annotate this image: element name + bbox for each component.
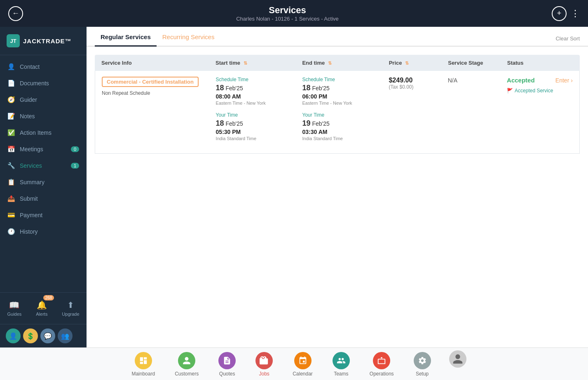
start-your-clock: 05:30 PM — [216, 129, 298, 135]
customers-icon — [178, 352, 195, 369]
end-clock: 06:00 PM — [302, 93, 385, 100]
end-time-sort-icon: ⇅ — [328, 61, 332, 66]
sidebar-item-payment[interactable]: 💳 Payment — [0, 207, 87, 223]
back-button[interactable]: ← — [8, 6, 23, 21]
clear-sort-button[interactable]: Clear Sort — [555, 31, 580, 46]
action-items-icon: ✅ — [7, 129, 15, 136]
sidebar-label-history: History — [20, 228, 38, 235]
end-schedule-label: Schedule Time — [302, 77, 385, 82]
bottom-nav-jobs[interactable]: Jobs — [246, 350, 283, 378]
sidebar-label-notes: Notes — [20, 113, 35, 120]
start-schedule-label: Schedule Time — [216, 77, 298, 82]
col-header-end-time[interactable]: End time ⇅ — [302, 60, 384, 66]
status-row: Accepted Enter › — [507, 77, 573, 84]
flag-icon: 🚩 — [507, 88, 513, 94]
bottom-nav-quotes[interactable]: Quotes — [208, 350, 246, 378]
nav-items: 👤 Contact 📄 Documents 🧭 Guider 📝 Notes ✅… — [0, 55, 87, 292]
history-icon: 🕐 — [7, 228, 15, 235]
logo-name: JACKTRADE™ — [23, 38, 72, 45]
content-area: Regular Services Recurring Services Clea… — [87, 27, 588, 347]
start-yourtime-block: Your Time 18 Feb'25 05:30 PM India Stand… — [216, 112, 298, 141]
start-schedule-block: Schedule Time 18 Feb'25 08:00 AM Eastern… — [216, 77, 298, 106]
price-cell: $249.00 (Tax $0.00) — [389, 77, 443, 90]
alerts-button[interactable]: 🔔 268 Alerts — [32, 298, 52, 319]
services-icon: 🔧 — [7, 162, 15, 169]
payment-icon: 💳 — [7, 211, 15, 219]
operations-icon — [373, 352, 390, 369]
user-profile-icon[interactable]: 👤 — [6, 328, 21, 343]
col-header-service-info: Service Info — [101, 60, 211, 66]
sidebar-label-contact: Contact — [20, 63, 40, 70]
team-icon[interactable]: 👥 — [58, 328, 73, 343]
bottom-nav-operations[interactable]: Operations — [360, 350, 404, 378]
price-amount: $249.00 — [389, 77, 443, 84]
guides-button[interactable]: 📖 Guides — [3, 298, 26, 319]
end-zone: Eastern Time - New York — [302, 101, 385, 106]
user-avatar[interactable] — [449, 350, 466, 368]
teams-label: Teams — [334, 371, 348, 377]
logo-icon: JT — [7, 34, 20, 47]
col-header-start-time[interactable]: Start time ⇅ — [216, 60, 298, 66]
sidebar-item-history[interactable]: 🕐 History — [0, 223, 87, 240]
sidebar-item-documents[interactable]: 📄 Documents — [0, 75, 87, 91]
quotes-label: Quotes — [219, 371, 235, 377]
enter-chevron-icon: › — [571, 77, 573, 84]
page-subtitle: Charles Nolan - 10126 - 1 Services - Act… — [236, 16, 339, 22]
sidebar-bottom: 📖 Guides 🔔 268 Alerts ⬆ Upgrade — [0, 292, 87, 324]
status-value: Accepted — [507, 77, 535, 84]
col-header-price[interactable]: Price ⇅ — [389, 60, 444, 66]
sidebar-item-guider[interactable]: 🧭 Guider — [0, 91, 87, 108]
sidebar-item-submit[interactable]: 📤 Submit — [0, 190, 87, 207]
operations-label: Operations — [370, 371, 394, 377]
add-button[interactable]: + — [552, 6, 567, 21]
sidebar-item-meetings[interactable]: 📅 Meetings 0 — [0, 141, 87, 157]
accepted-service-label: 🚩 Accepted Service — [507, 88, 573, 94]
bottom-nav-mainboard[interactable]: Mainboard — [122, 350, 165, 378]
start-your-zone: India Standard Time — [216, 136, 298, 141]
services-badge: 1 — [71, 163, 79, 169]
end-time-cell: Schedule Time 18 Feb'25 06:00 PM Eastern… — [302, 77, 385, 148]
bottom-nav-calendar[interactable]: Calendar — [283, 350, 323, 378]
sidebar-item-notes[interactable]: 📝 Notes — [0, 108, 87, 124]
billing-icon[interactable]: 💲 — [23, 328, 38, 343]
sidebar-label-documents: Documents — [20, 80, 49, 87]
service-name-badge[interactable]: Commercial - Certified Installation — [102, 77, 199, 87]
end-schedule-date: 18 Feb'25 — [302, 84, 385, 92]
top-header: ← Services Charles Nolan - 10126 - 1 Ser… — [0, 0, 588, 27]
start-time-sort-icon: ⇅ — [244, 61, 247, 66]
chat-icon[interactable]: 💬 — [40, 328, 55, 343]
tab-recurring-services[interactable]: Recurring Services — [157, 27, 220, 47]
upgrade-button[interactable]: ⬆ Upgrade — [58, 298, 83, 319]
col-header-stage: Service Stage — [448, 60, 503, 66]
col-header-status: Status — [507, 60, 573, 66]
setup-label: Setup — [416, 371, 429, 377]
sidebar-label-summary: Summary — [20, 179, 45, 185]
summary-icon: 📋 — [7, 178, 15, 186]
user-icons-row: 👤 💲 💬 👥 — [0, 324, 87, 347]
service-info-cell: Commercial - Certified Installation Non … — [102, 77, 212, 96]
start-your-date: 18 Feb'25 — [216, 119, 298, 128]
sidebar-item-action-items[interactable]: ✅ Action Items — [0, 124, 87, 141]
start-zone: Eastern Time - New York — [216, 101, 298, 106]
sidebar-label-services: Services — [20, 162, 42, 169]
bottom-nav-teams[interactable]: Teams — [323, 350, 360, 378]
bottom-nav-setup[interactable]: Setup — [404, 350, 441, 378]
sidebar-item-services[interactable]: 🔧 Services 1 — [0, 157, 87, 174]
end-your-zone: India Standard Time — [302, 136, 385, 141]
alerts-icon: 🔔 — [37, 300, 47, 310]
sidebar-item-contact[interactable]: 👤 Contact — [0, 59, 87, 75]
sidebar: JT JACKTRADE™ 👤 Contact 📄 Documents 🧭 Gu… — [0, 27, 87, 347]
setup-icon — [414, 352, 431, 369]
enter-button[interactable]: Enter › — [555, 77, 573, 84]
mainboard-label: Mainboard — [131, 371, 155, 377]
start-your-label: Your Time — [216, 112, 298, 118]
submit-icon: 📤 — [7, 195, 15, 202]
bottom-nav-customers[interactable]: Customers — [165, 350, 208, 378]
tab-regular-services[interactable]: Regular Services — [95, 27, 157, 47]
header-right: + ⋮ — [552, 6, 580, 21]
bottom-nav: Mainboard Customers Quotes Jobs Calendar… — [0, 347, 588, 380]
customers-label: Customers — [175, 371, 199, 377]
sidebar-item-summary[interactable]: 📋 Summary — [0, 174, 87, 190]
jobs-icon — [255, 352, 273, 369]
more-options-button[interactable]: ⋮ — [571, 8, 580, 19]
